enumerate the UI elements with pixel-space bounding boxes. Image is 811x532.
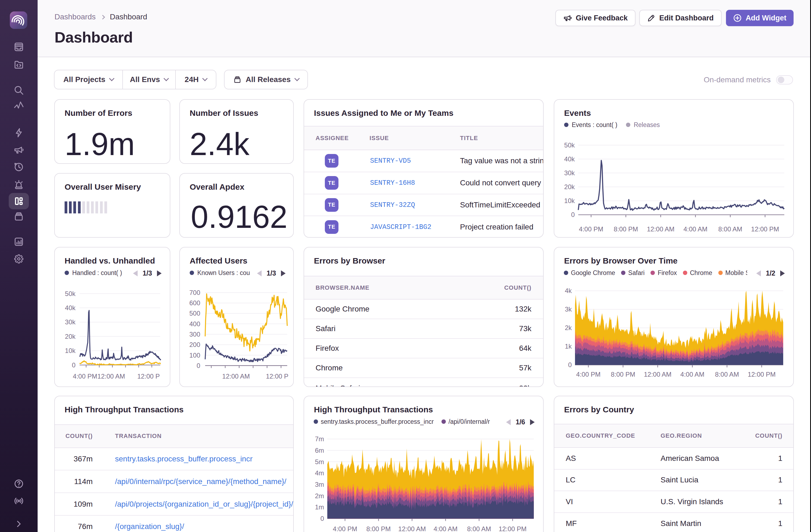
svg-text:4:00 PM: 4:00 PM (576, 371, 600, 378)
svg-text:4:00 AM: 4:00 AM (684, 225, 707, 233)
svg-text:4:00 AM: 4:00 AM (433, 525, 458, 532)
svg-text:100: 100 (189, 352, 200, 359)
svg-text:700: 700 (189, 289, 200, 296)
svg-text:10k: 10k (564, 197, 575, 204)
svg-text:12:00 AM: 12:00 AM (398, 525, 426, 532)
svg-text:10k: 10k (65, 347, 76, 354)
svg-text:0: 0 (72, 361, 76, 369)
svg-text:8:00 AM: 8:00 AM (715, 371, 739, 378)
svg-text:4:00 PM: 4:00 PM (73, 373, 97, 380)
svg-text:6m: 6m (315, 447, 324, 454)
svg-text:40k: 40k (564, 155, 575, 163)
svg-text:20k: 20k (564, 183, 575, 191)
svg-text:12:00 AM: 12:00 AM (644, 371, 672, 378)
svg-text:30k: 30k (65, 318, 76, 326)
svg-text:2m: 2m (315, 492, 324, 500)
svg-text:4m: 4m (315, 469, 324, 477)
svg-text:12:00 P: 12:00 P (266, 373, 289, 380)
svg-text:12:00 AM: 12:00 AM (222, 373, 250, 380)
svg-text:12:00 PM: 12:00 PM (748, 371, 776, 378)
svg-text:8:00 PM: 8:00 PM (614, 225, 638, 233)
svg-text:7m: 7m (315, 435, 324, 443)
svg-text:8:00 AM: 8:00 AM (718, 225, 742, 233)
svg-text:600: 600 (189, 299, 200, 307)
svg-text:0: 0 (320, 515, 324, 522)
svg-text:50k: 50k (65, 290, 76, 297)
svg-text:400: 400 (189, 320, 200, 328)
svg-text:2k: 2k (565, 324, 572, 331)
svg-text:20k: 20k (65, 333, 76, 340)
svg-text:12:00 P: 12:00 P (137, 373, 160, 380)
svg-text:3m: 3m (315, 481, 324, 488)
svg-text:0: 0 (571, 211, 575, 218)
svg-text:8:00 PM: 8:00 PM (366, 525, 391, 532)
svg-text:200: 200 (189, 341, 200, 348)
svg-text:1k: 1k (565, 343, 572, 350)
svg-text:500: 500 (189, 309, 200, 317)
svg-text:4:00 AM: 4:00 AM (680, 371, 704, 378)
svg-text:5m: 5m (315, 458, 324, 466)
svg-text:12:00 AM: 12:00 AM (647, 225, 674, 233)
svg-text:8:00 PM: 8:00 PM (611, 371, 635, 378)
svg-text:3k: 3k (565, 305, 572, 313)
svg-text:300: 300 (189, 331, 200, 338)
svg-text:0: 0 (197, 362, 200, 369)
svg-text:1m: 1m (315, 503, 324, 511)
svg-text:12:00 AM: 12:00 AM (97, 373, 125, 380)
svg-text:50k: 50k (564, 141, 575, 149)
svg-text:4k: 4k (565, 287, 572, 294)
svg-text:40k: 40k (65, 304, 76, 311)
svg-text:12:00 PM: 12:00 PM (499, 525, 527, 532)
svg-text:4:00 PM: 4:00 PM (579, 225, 603, 233)
svg-text:30k: 30k (564, 169, 575, 177)
svg-text:8:00 AM: 8:00 AM (467, 525, 491, 532)
svg-text:12:00 PM: 12:00 PM (751, 225, 779, 233)
svg-text:0: 0 (568, 361, 572, 368)
svg-text:4:00 PM: 4:00 PM (333, 525, 357, 532)
